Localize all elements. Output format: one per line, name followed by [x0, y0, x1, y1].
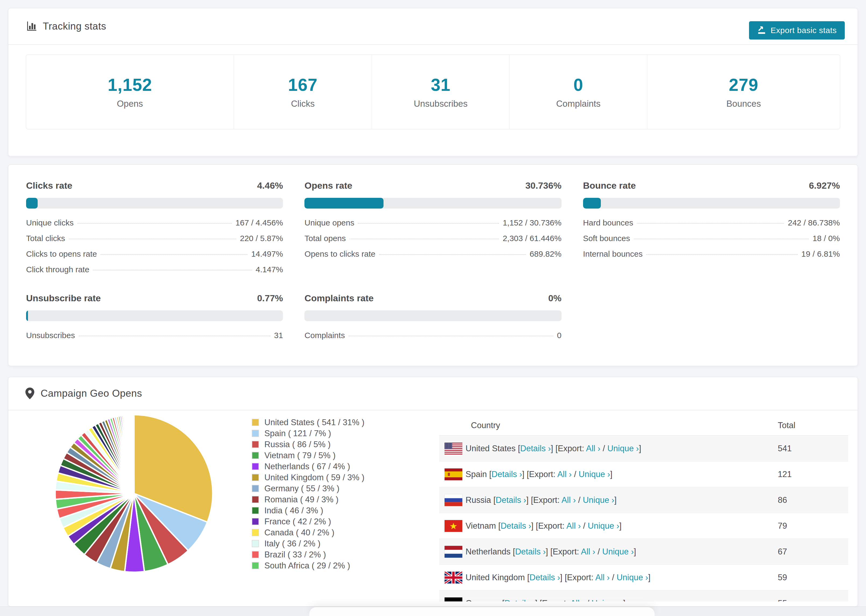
ru-flag-icon: [444, 494, 462, 506]
bottom-overlay: [309, 607, 655, 616]
rate-section-clicks-rate: Clicks rate 4.46% Unique clicks 167 / 4.…: [26, 180, 283, 274]
export-unique-link[interactable]: Unique ›: [617, 573, 648, 582]
stat-value: 1,152: [107, 75, 152, 95]
country-total: 86: [778, 495, 848, 505]
rate-value: 4.46%: [257, 180, 283, 191]
geo-country-table: Country Total United States [Details ›] …: [439, 415, 848, 602]
legend-swatch: [252, 419, 259, 426]
detail-label: Total clicks: [26, 234, 65, 243]
legend-item-vn: Vietnam ( 79 / 5% ): [252, 450, 364, 461]
export-all-link[interactable]: All ›: [570, 599, 584, 602]
country-total: 55: [778, 599, 848, 602]
export-unique-link[interactable]: Unique ›: [592, 599, 623, 602]
legend-label: Russia ( 86 / 5% ): [265, 440, 331, 449]
stat-detail-row: Opens to clicks rate 689.82%: [304, 250, 561, 259]
export-unique-link[interactable]: Unique ›: [578, 470, 610, 479]
detail-value: 14.497%: [251, 250, 283, 259]
detail-value: 4.147%: [256, 265, 283, 274]
legend-label: Italy ( 36 / 2% ): [265, 539, 320, 548]
dotted-leader: [634, 239, 809, 239]
details-link[interactable]: Details ›: [491, 470, 522, 479]
stat-detail-row: Total opens 2,303 / 61.446%: [304, 234, 561, 243]
stat-detail-row: Internal bounces 19 / 6.81%: [583, 250, 840, 259]
export-all-link[interactable]: All ›: [581, 547, 595, 556]
country-column-header: Country: [439, 421, 778, 430]
details-link[interactable]: Details ›: [520, 444, 551, 453]
details-link[interactable]: Details ›: [505, 599, 535, 602]
dotted-leader: [646, 254, 797, 255]
dotted-leader: [350, 239, 499, 239]
legend-item-gb: United Kingdom ( 59 / 3% ): [252, 472, 364, 483]
legend-item-in: India ( 46 / 3% ): [252, 505, 364, 516]
stat-label: Complaints: [556, 99, 601, 109]
legend-item-ca: Canada ( 40 / 2% ): [252, 527, 364, 538]
legend-swatch: [252, 430, 259, 437]
stat-value: 0: [573, 75, 583, 95]
dotted-leader: [93, 270, 252, 270]
nl-flag-icon: [444, 546, 462, 558]
legend-item-us: United States ( 541 / 31% ): [252, 417, 364, 428]
legend-swatch: [252, 507, 259, 514]
legend-swatch: [252, 463, 259, 470]
bar-chart-icon: [26, 21, 37, 32]
legend-swatch: [252, 518, 259, 525]
details-link[interactable]: Details ›: [501, 521, 531, 531]
legend-item-it: Italy ( 36 / 2% ): [252, 538, 364, 549]
export-unique-link[interactable]: Unique ›: [587, 521, 619, 531]
rate-section-complaints-rate: Complaints rate 0% Complaints 0: [304, 293, 561, 340]
tracking-stats-card: Tracking stats Export basic stats 1,152 …: [8, 8, 858, 156]
map-pin-icon: [25, 388, 35, 399]
table-row-es: Spain [Details ›] [Export: All › / Uniqu…: [439, 462, 848, 487]
page-title: Tracking stats: [43, 21, 106, 32]
table-row-ru: Russia [Details ›] [Export: All › / Uniq…: [439, 487, 848, 513]
stat-detail-row: Unique opens 1,152 / 30.736%: [304, 218, 561, 227]
rate-section-opens-rate: Opens rate 30.736% Unique opens 1,152 / …: [304, 180, 561, 274]
detail-value: 242 / 86.738%: [788, 218, 840, 227]
details-link[interactable]: Details ›: [496, 495, 526, 505]
rate-title: Complaints rate: [304, 293, 373, 303]
detail-label: Complaints: [304, 331, 345, 340]
legend-label: Germany ( 55 / 3% ): [265, 484, 339, 493]
legend-label: Brazil ( 33 / 2% ): [265, 550, 326, 559]
stat-label: Clicks: [291, 99, 315, 109]
legend-label: India ( 46 / 3% ): [265, 506, 323, 515]
legend-item-ru: Russia ( 86 / 5% ): [252, 439, 364, 450]
tracking-stats-header: Tracking stats Export basic stats: [8, 8, 858, 45]
stat-cell-unsubscribes: 31 Unsubscribes: [372, 55, 510, 129]
export-all-link[interactable]: All ›: [586, 444, 600, 453]
detail-value: 31: [274, 331, 283, 340]
stat-detail-row: Hard bounces 242 / 86.738%: [583, 218, 840, 227]
export-icon: [757, 26, 766, 35]
export-all-link[interactable]: All ›: [567, 521, 581, 531]
country-name: United States: [466, 444, 516, 453]
legend-swatch: [252, 551, 259, 558]
export-all-link[interactable]: All ›: [557, 470, 572, 479]
details-link[interactable]: Details ›: [515, 547, 546, 556]
geo-header: Campaign Geo Opens: [8, 377, 858, 410]
table-header-row: Country Total: [439, 415, 848, 436]
table-row-de: Germany [Details ›] [Export: All › / Uni…: [439, 591, 848, 602]
export-all-link[interactable]: All ›: [595, 573, 609, 582]
stat-detail-row: Complaints 0: [304, 331, 561, 340]
export-all-link[interactable]: All ›: [562, 495, 576, 505]
rate-progress-bar: [583, 198, 840, 209]
stat-value: 279: [729, 75, 759, 95]
legend-label: Vietnam ( 79 / 5% ): [265, 451, 335, 460]
detail-label: Hard bounces: [583, 218, 633, 227]
legend-swatch: [252, 529, 259, 536]
export-basic-stats-button[interactable]: Export basic stats: [749, 21, 845, 39]
export-unique-link[interactable]: Unique ›: [602, 547, 634, 556]
rate-progress-bar: [304, 198, 561, 209]
stats-summary-row: 1,152 Opens167 Clicks31 Unsubscribes0 Co…: [26, 55, 840, 129]
export-unique-link[interactable]: Unique ›: [583, 495, 614, 505]
export-unique-link[interactable]: Unique ›: [607, 444, 639, 453]
dotted-leader: [379, 254, 526, 255]
pie-legend: United States ( 541 / 31% ) Spain ( 121 …: [252, 417, 364, 571]
stat-detail-row: Unsubscribes 31: [26, 331, 283, 340]
table-row-vn: Vietnam [Details ›] [Export: All › / Uni…: [439, 513, 848, 539]
rate-value: 6.927%: [809, 180, 840, 191]
detail-label: Unsubscribes: [26, 331, 75, 340]
details-link[interactable]: Details ›: [529, 573, 560, 582]
detail-label: Clicks to opens rate: [26, 250, 97, 259]
detail-label: Unique clicks: [26, 218, 74, 227]
